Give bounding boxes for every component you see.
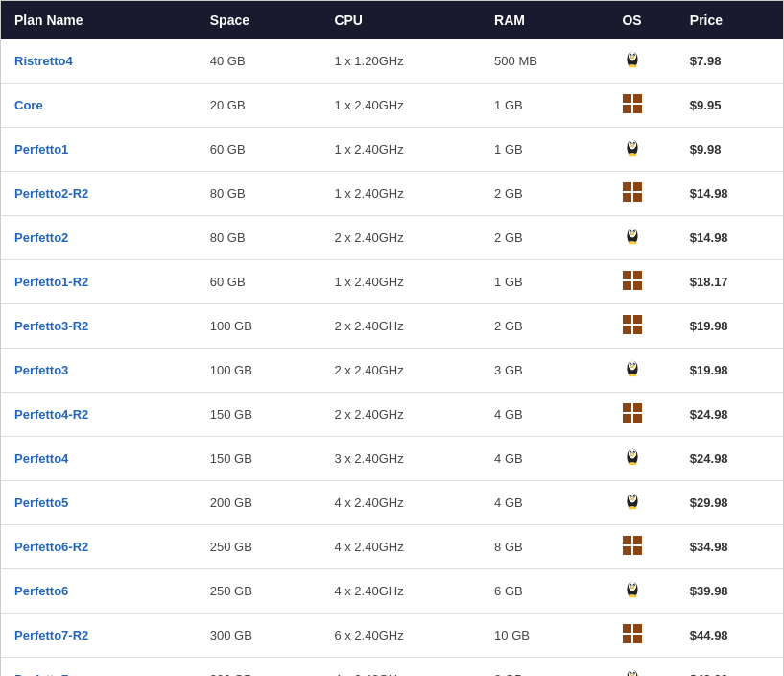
cell-price: $9.95 — [677, 84, 783, 128]
cell-plan-name[interactable]: Perfetto4-R2 — [1, 393, 197, 437]
cell-plan-name[interactable]: Perfetto1 — [1, 128, 197, 172]
svg-point-20 — [633, 143, 634, 144]
cell-os — [587, 84, 677, 128]
cell-plan-name[interactable]: Perfetto3-R2 — [1, 304, 197, 349]
header-cpu: CPU — [321, 1, 481, 39]
svg-rect-89 — [633, 546, 642, 555]
plan-name-link[interactable]: Perfetto5 — [14, 495, 68, 510]
linux-icon — [622, 456, 643, 471]
svg-rect-103 — [623, 635, 631, 643]
cell-space: 20 GB — [197, 84, 321, 128]
cell-ram: 500 MB — [481, 39, 587, 84]
cell-plan-name[interactable]: Perfetto6 — [1, 569, 197, 614]
cell-os — [587, 260, 677, 304]
cell-space: 80 GB — [197, 172, 321, 216]
cell-plan-name[interactable]: Perfetto6-R2 — [1, 525, 197, 569]
cell-cpu: 2 x 2.40GHz — [321, 393, 481, 437]
plan-name-link[interactable]: Perfetto7-R2 — [14, 628, 88, 642]
cell-plan-name[interactable]: Perfetto3 — [1, 349, 197, 393]
plan-name-link[interactable]: Perfetto2-R2 — [14, 186, 88, 201]
plan-name-link[interactable]: Ristretto4 — [14, 54, 73, 68]
cell-space: 150 GB — [197, 437, 321, 481]
cell-os — [587, 172, 677, 216]
cell-price: $34.98 — [677, 525, 783, 569]
table-header-row: Plan Name Space CPU RAM OS Price — [1, 1, 783, 39]
cell-cpu: 1 x 2.40GHz — [321, 84, 481, 128]
cell-cpu: 3 x 2.40GHz — [321, 437, 481, 481]
svg-point-70 — [630, 454, 633, 457]
cell-plan-name[interactable]: Perfetto5 — [1, 481, 197, 525]
svg-point-99 — [628, 595, 632, 598]
plan-name-link[interactable]: Perfetto3 — [14, 363, 68, 377]
cell-space: 60 GB — [197, 260, 321, 304]
svg-point-79 — [630, 496, 630, 497]
svg-rect-12 — [633, 94, 642, 103]
windows-icon — [622, 279, 643, 294]
cell-ram: 6 GB — [481, 569, 587, 614]
cell-plan-name[interactable]: Perfetto4 — [1, 437, 197, 481]
table-row: Core20 GB1 x 2.40GHz1 GB $9.95 — [1, 84, 783, 128]
svg-rect-86 — [623, 536, 631, 544]
plan-name-link[interactable]: Perfetto7 — [14, 672, 68, 676]
cell-plan-name[interactable]: Perfetto7-R2 — [1, 614, 197, 658]
plan-name-link[interactable]: Core — [14, 98, 43, 112]
cell-ram: 2 GB — [481, 304, 587, 349]
cell-plan-name[interactable]: Perfetto7 — [1, 658, 197, 677]
cell-os — [587, 525, 677, 569]
cell-os — [587, 614, 677, 658]
table-row: Perfetto7-R2300 GB6 x 2.40GHz10 GB $44.9… — [1, 614, 783, 658]
cell-price: $29.98 — [677, 481, 783, 525]
linux-icon — [622, 589, 643, 603]
plan-name-link[interactable]: Perfetto2 — [14, 230, 68, 245]
table-row: Perfetto4-R2150 GB2 x 2.40GHz4 GB $24.98 — [1, 393, 783, 437]
plan-name-link[interactable]: Perfetto1-R2 — [14, 275, 88, 289]
cell-price: $24.98 — [677, 393, 783, 437]
cell-cpu: 4 x 2.40GHz — [321, 481, 481, 525]
cell-ram: 1 GB — [481, 128, 587, 172]
cell-ram: 2 GB — [481, 216, 587, 260]
svg-rect-42 — [633, 271, 642, 279]
svg-point-39 — [628, 242, 632, 245]
cell-cpu: 2 x 2.40GHz — [321, 304, 481, 349]
windows-icon — [622, 412, 643, 426]
svg-rect-11 — [623, 94, 631, 103]
svg-rect-41 — [623, 271, 631, 279]
plan-name-link[interactable]: Perfetto6-R2 — [14, 540, 88, 554]
cell-cpu: 2 x 2.40GHz — [321, 216, 481, 260]
header-plan-name: Plan Name — [1, 1, 197, 39]
cell-cpu: 6 x 2.40GHz — [321, 614, 481, 658]
svg-point-21 — [630, 145, 633, 148]
cell-price: $18.17 — [677, 260, 783, 304]
svg-rect-60 — [623, 403, 631, 412]
cell-plan-name[interactable]: Perfetto2 — [1, 216, 197, 260]
svg-rect-26 — [623, 182, 631, 191]
plan-name-link[interactable]: Perfetto1 — [14, 142, 68, 157]
plan-name-link[interactable]: Perfetto4-R2 — [14, 407, 88, 422]
cell-plan-name[interactable]: Perfetto2-R2 — [1, 172, 197, 216]
svg-rect-29 — [633, 193, 642, 202]
plan-name-link[interactable]: Perfetto4 — [14, 451, 68, 466]
cell-os — [587, 128, 677, 172]
svg-point-24 — [628, 154, 632, 157]
svg-point-9 — [628, 65, 632, 68]
plan-name-link[interactable]: Perfetto3-R2 — [14, 319, 88, 333]
svg-rect-101 — [623, 624, 631, 633]
svg-point-10 — [631, 65, 636, 68]
plan-name-link[interactable]: Perfetto6 — [14, 584, 68, 598]
cell-plan-name[interactable]: Perfetto1-R2 — [1, 260, 197, 304]
table-row: Perfetto6-R2250 GB4 x 2.40GHz8 GB $34.98 — [1, 525, 783, 569]
svg-point-34 — [630, 231, 630, 232]
cell-plan-name[interactable]: Core — [1, 84, 197, 128]
cell-os — [587, 39, 677, 84]
cell-ram: 1 GB — [481, 84, 587, 128]
svg-point-95 — [633, 585, 634, 586]
cell-price: $19.98 — [677, 349, 783, 393]
linux-icon — [622, 235, 643, 250]
cell-price: $14.98 — [677, 216, 783, 260]
cell-price: $14.98 — [677, 172, 783, 216]
table-row: Perfetto2-R280 GB1 x 2.40GHz2 GB $14.98 — [1, 172, 783, 216]
cell-price: $49.98 — [677, 658, 783, 677]
svg-rect-87 — [633, 536, 642, 544]
table-row: Perfetto3-R2100 GB2 x 2.40GHz2 GB $19.98 — [1, 304, 783, 349]
cell-plan-name[interactable]: Ristretto4 — [1, 39, 197, 84]
